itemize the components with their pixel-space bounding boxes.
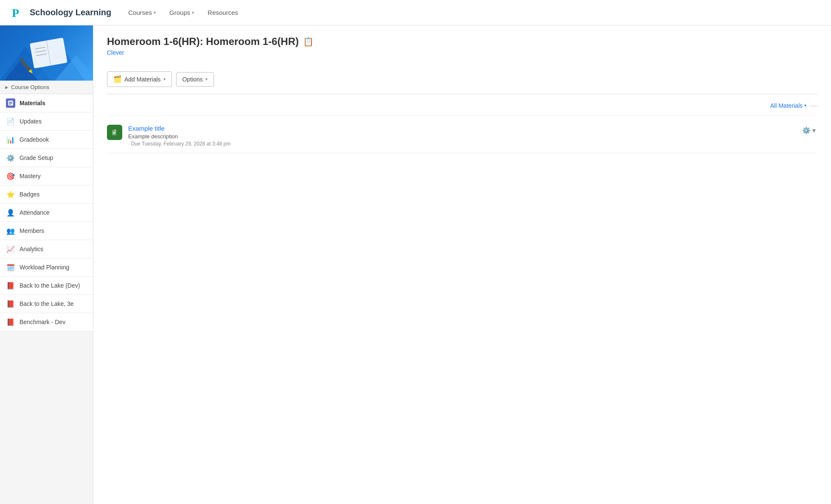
material-title[interactable]: Example title (128, 125, 795, 132)
svg-rect-16 (9, 104, 11, 105)
material-item-icon (107, 125, 122, 140)
sidebar-item-label: Updates (20, 118, 42, 125)
schoology-logo-icon: P (10, 5, 25, 20)
sidebar-item-label: Grade Setup (20, 154, 53, 161)
mastery-icon: 🎯 (6, 171, 15, 181)
back-to-lake-3e-icon: 📕 (6, 299, 15, 308)
page-title: Homeroom 1-6(HR): Homeroom 1-6(HR) 📋 (107, 36, 817, 48)
material-gear-button[interactable]: ⚙️ ▾ (800, 125, 817, 136)
sidebar-item-label: Back to the Lake, 3e (20, 300, 74, 307)
material-item: Example title Example description · Due … (107, 119, 817, 153)
badges-icon: ⭐ (6, 190, 15, 199)
sidebar-item-attendance[interactable]: 👤 Attendance (0, 204, 93, 222)
material-due-date: · Due Tuesday, February 29, 2028 at 3:48… (128, 141, 795, 147)
sidebar-item-label: Benchmark - Dev (20, 319, 65, 325)
attendance-icon: 👤 (6, 208, 15, 217)
sidebar-item-benchmark-dev[interactable]: 📕 Benchmark - Dev (0, 313, 93, 331)
back-to-lake-dev-icon: 📕 (6, 281, 15, 290)
materials-active-icon (6, 98, 15, 108)
nav-links: Courses ▾ Groups ▾ Resources (128, 9, 238, 16)
sidebar-item-label: Mastery (20, 173, 41, 179)
svg-rect-18 (113, 132, 116, 133)
analytics-icon: 📈 (6, 244, 15, 254)
sidebar-item-label: Analytics (20, 246, 43, 252)
add-materials-icon: 🗂️ (113, 75, 122, 83)
sidebar-item-back-to-lake-3e[interactable]: 📕 Back to the Lake, 3e (0, 295, 93, 313)
svg-rect-14 (9, 102, 12, 103)
material-description: Example description (128, 133, 795, 140)
benchmark-dev-icon: 📕 (6, 317, 15, 327)
sidebar-item-materials[interactable]: Materials (0, 94, 93, 112)
sidebar-item-label: Members (20, 227, 44, 234)
sidebar-item-label: Badges (20, 191, 39, 198)
nav-resources[interactable]: Resources (208, 9, 238, 16)
main-content: Homeroom 1-6(HR): Homeroom 1-6(HR) 📋 Cle… (93, 25, 831, 504)
gradebook-icon: 📊 (6, 135, 15, 144)
sidebar-item-label: Attendance (20, 209, 50, 216)
sidebar-item-back-to-lake-dev[interactable]: 📕 Back to the Lake (Dev) (0, 277, 93, 295)
svg-text:P: P (12, 6, 19, 20)
all-materials-filter[interactable]: All Materials ▾ (770, 102, 806, 109)
sidebar-item-label: Workload Planning (20, 264, 69, 271)
members-icon: 👥 (6, 226, 15, 235)
sidebar-item-members[interactable]: 👥 Members (0, 222, 93, 240)
options-button[interactable]: Options ▾ (176, 72, 214, 87)
top-nav: P Schoology Learning Courses ▾ Groups ▾ … (0, 0, 831, 25)
sidebar-item-label: Materials (20, 100, 45, 106)
sidebar-item-gradebook[interactable]: 📊 Gradebook (0, 131, 93, 149)
add-materials-caret-icon: ▾ (163, 77, 166, 81)
sidebar-items-container: Materials 📄 Updates 📊 Gradebook ⚙️ Grade… (0, 94, 93, 331)
sidebar-item-workload-planning[interactable]: 🗓️ Workload Planning (0, 258, 93, 277)
course-image (0, 25, 93, 81)
filter-caret-icon: ▾ (804, 103, 806, 108)
grade-setup-icon: ⚙️ (6, 153, 15, 162)
add-materials-button[interactable]: 🗂️ Add Materials ▾ (107, 71, 172, 87)
svg-rect-15 (9, 103, 12, 104)
course-options-label: Course Options (11, 84, 49, 90)
sidebar-item-label: Back to the Lake (Dev) (20, 282, 80, 289)
options-caret-icon: ▾ (205, 77, 208, 81)
sidebar-item-analytics[interactable]: 📈 Analytics (0, 240, 93, 258)
sidebar-item-badges[interactable]: ⭐ Badges (0, 185, 93, 204)
logo-text: Schoology Learning (30, 8, 111, 17)
course-image-decoration (0, 25, 93, 81)
clever-link[interactable]: Clever (107, 49, 817, 56)
copy-icon[interactable]: 📋 (303, 36, 314, 47)
sidebar-item-updates[interactable]: 📄 Updates (0, 112, 93, 131)
workload-planning-icon: 🗓️ (6, 263, 15, 272)
material-item-body: Example title Example description · Due … (128, 125, 795, 147)
updates-icon: 📄 (6, 117, 15, 126)
svg-rect-19 (113, 133, 115, 134)
materials-filter-row: All Materials ▾ — (107, 98, 817, 115)
sidebar-item-grade-setup[interactable]: ⚙️ Grade Setup (0, 149, 93, 167)
materials-list: Example title Example description · Due … (107, 119, 817, 153)
sidebar-item-label: Gradebook (20, 136, 49, 143)
nav-groups[interactable]: Groups ▾ (169, 9, 194, 16)
triangle-icon: ▶ (5, 85, 8, 90)
logo-area: P Schoology Learning (10, 5, 111, 20)
toolbar: 🗂️ Add Materials ▾ Options ▾ (107, 64, 817, 94)
course-options-row[interactable]: ▶ Course Options (0, 81, 93, 94)
courses-caret-icon: ▾ (154, 10, 156, 15)
groups-caret-icon: ▾ (192, 10, 194, 15)
layout: ▶ Course Options Materials 📄 Updates 📊 G… (0, 25, 831, 504)
separator: — (810, 101, 817, 110)
nav-courses[interactable]: Courses ▾ (128, 9, 156, 16)
sidebar: ▶ Course Options Materials 📄 Updates 📊 G… (0, 25, 93, 504)
sidebar-item-mastery[interactable]: 🎯 Mastery (0, 167, 93, 185)
